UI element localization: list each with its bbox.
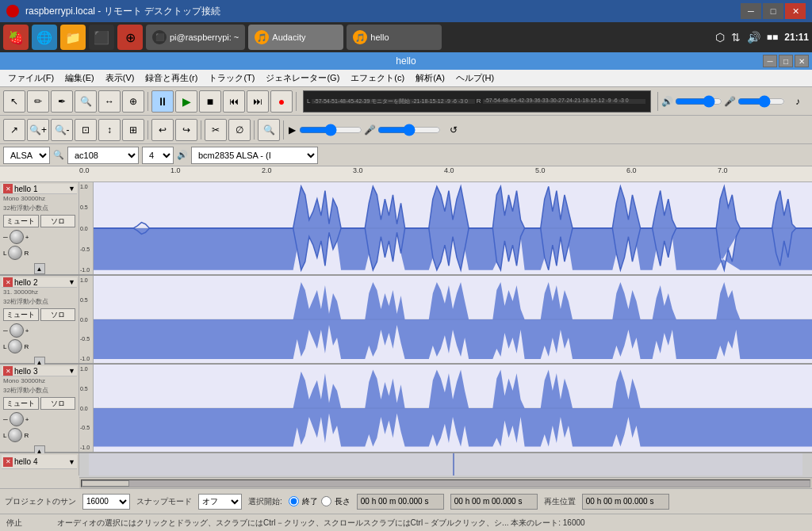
silence-btn[interactable]: ∅ — [228, 119, 251, 141]
track-2-waveform[interactable]: 1.00.50.0-0.5-1.0 — [79, 276, 812, 363]
host-select[interactable]: ALSA — [3, 147, 50, 164]
draw-tool-btn[interactable]: ✒ — [51, 90, 73, 113]
playback-speed-slider[interactable] — [299, 124, 362, 136]
track-1-mute-solo: ミュート ソロ — [2, 213, 77, 229]
terminal-icon[interactable]: ⬛ — [89, 25, 114, 50]
skip-fwd-button[interactable]: ⏭ — [247, 90, 269, 113]
aud-maximize-btn[interactable]: □ — [779, 55, 793, 67]
input-volume-slider[interactable] — [737, 96, 785, 107]
track-2-mute-btn[interactable]: ミュート — [3, 308, 39, 321]
skip-back-button[interactable]: ⏮ — [223, 90, 245, 113]
zoom-custom-btn[interactable]: 🔍 — [258, 119, 280, 141]
input-device-select[interactable]: ac108 — [67, 147, 139, 164]
cursor-tool[interactable]: ↗ — [3, 119, 25, 141]
track-3-solo-btn[interactable]: ソロ — [40, 397, 76, 410]
track-1-pan-knob[interactable] — [8, 246, 22, 260]
undo-btn[interactable]: ↩ — [151, 119, 174, 141]
hello-tab[interactable]: 🎵 hello — [347, 25, 442, 50]
trim-btn[interactable]: ✂ — [205, 119, 227, 141]
menu-effects[interactable]: エフェクト(c) — [346, 71, 409, 86]
track-2-gain-knob[interactable] — [10, 323, 24, 338]
track-3-arrow[interactable]: ▼ — [68, 367, 75, 375]
track-3-gain-knob[interactable] — [10, 412, 24, 426]
output-device-select[interactable]: bcm2835 ALSA - (I — [191, 147, 318, 164]
selection-tool-btn[interactable]: ↖ — [3, 90, 25, 113]
track-2-pan: L R — [2, 338, 77, 354]
track-2-solo-btn[interactable]: ソロ — [40, 308, 76, 321]
menu-tracks[interactable]: トラック(T) — [204, 71, 259, 86]
track-1-mute-btn[interactable]: ミュート — [3, 215, 39, 227]
maximize-button[interactable]: □ — [763, 3, 783, 19]
pi-terminal-tab[interactable]: ⬛ pi@raspberrypi: ~ — [146, 25, 245, 50]
menu-generate[interactable]: ジェネレーター(G) — [261, 71, 344, 86]
track-3-mute-btn[interactable]: ミュート — [3, 397, 39, 410]
record-button[interactable]: ● — [270, 90, 293, 113]
track-3-waveform[interactable]: 1.00.50.0-0.5-1.0 — [79, 365, 812, 452]
output-vol-icon: 🔊 — [661, 96, 673, 107]
sel-start-input[interactable] — [357, 494, 444, 510]
menu-help[interactable]: ヘルプ(H) — [451, 71, 499, 86]
aud-close-btn[interactable]: ✕ — [795, 55, 809, 67]
track-1-close-btn[interactable]: ✕ — [3, 184, 13, 193]
track-1-collapse-btn[interactable]: ▲ — [34, 263, 45, 274]
minimize-button[interactable]: ─ — [741, 3, 761, 19]
track-1-arrow[interactable]: ▼ — [68, 185, 75, 193]
audacity-tab[interactable]: 🎵 Audacity — [248, 25, 343, 50]
pi-tab-label: pi@raspberrypi: ~ — [170, 32, 239, 42]
close-button[interactable]: ✕ — [785, 3, 806, 19]
svg-rect-6 — [89, 453, 802, 476]
horizontal-scrollbar[interactable] — [79, 477, 812, 488]
snap-select[interactable]: オフ — [198, 494, 242, 510]
tools2-sep2 — [201, 120, 201, 139]
timeshift-tool-btn[interactable]: ↔ — [98, 90, 121, 113]
zoom-in-btn[interactable]: 🔍+ — [27, 119, 49, 141]
menu-analyze[interactable]: 解析(A) — [411, 71, 450, 86]
menubar: ファイル(F) 編集(E) 表示(V) 録音と再生(r) トラック(T) ジェネ… — [0, 70, 812, 87]
rd-icon — [6, 5, 19, 17]
aud-minimize-btn[interactable]: ─ — [763, 55, 777, 67]
output-volume-slider[interactable] — [675, 96, 722, 107]
files-icon[interactable]: 📁 — [60, 25, 86, 50]
track-1-solo-btn[interactable]: ソロ — [40, 215, 76, 227]
recording-vol-slider2[interactable] — [377, 124, 441, 136]
zoom-tool-btn[interactable]: 🔍 — [75, 90, 97, 113]
zoom-out-btn[interactable]: 🔍- — [51, 119, 73, 141]
raspberry-pi-icon[interactable]: 🍓 — [3, 25, 29, 50]
track-2-close-btn[interactable]: ✕ — [3, 277, 13, 287]
track-4-close-btn[interactable]: ✕ — [3, 457, 13, 467]
envelope-tool-btn[interactable]: ✏ — [27, 90, 49, 113]
length-radio[interactable] — [321, 496, 331, 506]
multi-tool-btn[interactable]: ⊕ — [122, 90, 144, 113]
menu-transport[interactable]: 録音と再生(r) — [140, 71, 202, 86]
menu-edit[interactable]: 編集(E) — [60, 71, 99, 86]
fit-vertically-btn[interactable]: ↕ — [98, 119, 121, 141]
track-2-pan-knob[interactable] — [8, 339, 22, 353]
end-radio[interactable] — [289, 496, 299, 506]
scroll-thumb[interactable] — [82, 480, 129, 487]
track-3-close-btn[interactable]: ✕ — [3, 366, 13, 376]
track-4-arrow[interactable]: ▼ — [68, 458, 75, 466]
track-1-gain-knob[interactable] — [10, 230, 24, 244]
track-4-waveform[interactable] — [79, 453, 812, 477]
play-button[interactable]: ▶ — [175, 90, 197, 113]
channel-select[interactable]: 4 — [142, 147, 174, 164]
tools2-sep4 — [283, 120, 284, 139]
browser-icon[interactable]: 🌐 — [32, 25, 57, 50]
audacity-titlebar: hello ─ □ ✕ — [0, 52, 812, 70]
pause-button[interactable]: ⏸ — [151, 90, 174, 113]
stop-button[interactable]: ■ — [199, 90, 221, 113]
track-1-waveform[interactable]: 1.00.50.0-0.5-1.0 — [79, 182, 812, 274]
track-3-pan-knob[interactable] — [8, 428, 22, 442]
menu-view[interactable]: 表示(V) — [101, 71, 140, 86]
zoom-toggle-btn[interactable]: ⊞ — [122, 119, 144, 141]
redo-btn[interactable]: ↪ — [175, 119, 197, 141]
sel-end-input[interactable] — [450, 494, 538, 510]
playpos-input[interactable] — [582, 494, 669, 510]
end-len-radio-group: 終了 長さ — [289, 496, 350, 507]
fit-project-btn[interactable]: ⊡ — [75, 119, 97, 141]
menu-file[interactable]: ファイル(F) — [3, 71, 59, 86]
scroll-track[interactable] — [81, 479, 810, 487]
track-2-arrow[interactable]: ▼ — [68, 278, 75, 286]
alarm-icon[interactable]: ⊕ — [117, 25, 143, 50]
project-rate-select[interactable]: 16000 — [82, 494, 130, 510]
